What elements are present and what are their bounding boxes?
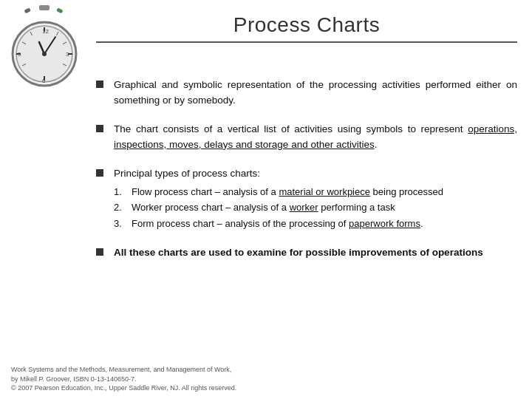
svg-text:9: 9 <box>18 51 21 58</box>
stopwatch-icon: 12 9 3 6 <box>0 0 103 74</box>
footer-line2: by Mikell P. Groover, ISBN 0-13-140650-7… <box>11 375 236 384</box>
bullet-square-4 <box>96 248 103 256</box>
underline-worker: worker <box>290 202 318 213</box>
title-section: Process Charts <box>96 13 517 43</box>
list-item-1: 1. Flow process chart – analysis of a ma… <box>114 185 517 200</box>
svg-text:3: 3 <box>66 51 69 58</box>
bullet3-heading: Principal types of process charts: <box>114 168 260 179</box>
bullet-item-4: All these charts are used to examine for… <box>96 245 517 261</box>
bullet-text-2: The chart consists of a vertical list of… <box>114 122 517 153</box>
list-text-2: Worker process chart – analysis of a wor… <box>132 200 395 215</box>
slide-container: 12 9 3 6 Process Charts Graphical and sy… <box>0 0 532 399</box>
bullet-item-1: Graphical and symbolic representation of… <box>96 78 517 109</box>
svg-rect-0 <box>39 5 50 10</box>
list-item-2: 2. Worker process chart – analysis of a … <box>114 200 517 215</box>
numbered-list: 1. Flow process chart – analysis of a ma… <box>114 185 517 231</box>
footer-line3: © 2007 Pearson Education, Inc., Upper Sa… <box>11 383 236 393</box>
bullet-item-3: Principal types of process charts: 1. Fl… <box>96 166 517 232</box>
svg-point-17 <box>42 52 47 56</box>
bullet-text-1: Graphical and symbolic representation of… <box>114 78 517 109</box>
svg-text:6: 6 <box>42 78 46 84</box>
list-num-1: 1. <box>114 185 129 200</box>
page-title: Process Charts <box>96 13 517 37</box>
bullet4-bold: All these charts are used to examine for… <box>114 247 483 258</box>
list-text-1: Flow process chart – analysis of a mater… <box>132 185 443 200</box>
svg-text:12: 12 <box>42 28 49 35</box>
footer: Work Systems and the Methods, Measuremen… <box>11 365 236 393</box>
bullet-square-1 <box>96 81 103 88</box>
footer-line1: Work Systems and the Methods, Measuremen… <box>11 365 236 375</box>
underline-operations: operations, inspections, moves, delays a… <box>114 123 517 150</box>
underline-material: material or workpiece <box>279 186 370 197</box>
bullet-text-3: Principal types of process charts: 1. Fl… <box>114 166 517 232</box>
svg-rect-2 <box>56 7 63 13</box>
bullet-item-2: The chart consists of a vertical list of… <box>96 122 517 153</box>
bullet-text-4: All these charts are used to examine for… <box>114 245 517 261</box>
bullet-square-3 <box>96 169 103 177</box>
list-num-3: 3. <box>114 216 129 231</box>
list-num-2: 2. <box>114 200 129 215</box>
content-area: Graphical and symbolic representation of… <box>96 78 517 355</box>
list-item-3: 3. Form process chart – analysis of the … <box>114 216 517 231</box>
title-divider <box>96 41 517 43</box>
list-text-3: Form process chart – analysis of the pro… <box>132 216 423 231</box>
svg-rect-1 <box>24 7 31 13</box>
bullet-square-2 <box>96 125 103 132</box>
underline-paperwork: paperwork forms <box>349 218 420 229</box>
